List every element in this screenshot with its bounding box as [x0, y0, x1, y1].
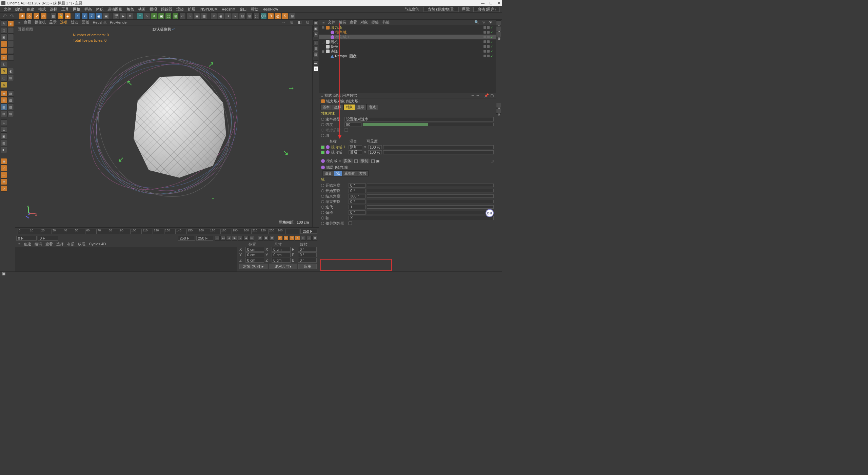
attr-nav-back[interactable]: ← [471, 93, 475, 98]
timeline[interactable]: 0 10 20 30 40 50 60 70 80 90 100 110 120… [15, 227, 319, 235]
menu-spline[interactable]: 样条 [83, 7, 94, 12]
coord-size-z[interactable]: 0 cm [272, 258, 290, 263]
tree-row[interactable]: 备份 ✓ [319, 44, 496, 49]
play-start[interactable]: ⏮ [215, 236, 220, 241]
generator-extrude[interactable]: ▣ [158, 13, 164, 19]
attr-nav-pin[interactable]: 📌 [484, 93, 489, 98]
vp-menu-prorender[interactable]: ProRender [108, 20, 129, 24]
sub-tag-icon[interactable]: ▣ [376, 159, 379, 163]
obj-menu-view[interactable]: 查看 [348, 20, 358, 25]
coord-pos-z[interactable]: 0 cm [245, 258, 264, 263]
vp-nav-icon[interactable]: ↔ [280, 20, 287, 24]
autokey[interactable]: ◉ [263, 236, 269, 241]
tree-row[interactable]: ⊞ 随机 ✓ [319, 39, 496, 44]
coord-apply-button[interactable]: 应用 [298, 264, 317, 269]
layout-combo[interactable]: 启动 (用户) [473, 7, 500, 12]
extra-2[interactable]: ◉ [218, 13, 224, 19]
menu-character[interactable]: 角色 [125, 7, 136, 12]
menu-realflow[interactable]: RealFlow [261, 7, 280, 11]
vp-menu-filter[interactable]: 过滤 [70, 20, 80, 25]
render-edit[interactable]: ⚙ [127, 13, 133, 19]
timeline-current-input[interactable]: 0 F [38, 236, 58, 241]
window-maximize[interactable]: ☐ [489, 1, 493, 5]
menu-edit[interactable]: 编辑 [14, 7, 24, 12]
obj-search-icon[interactable]: 🔍 [473, 20, 480, 24]
record-key[interactable]: ⊘ [258, 236, 263, 241]
layer-tab-remap[interactable]: 重映射 [342, 170, 357, 176]
play-prev[interactable]: ◂ [226, 236, 231, 241]
ltool-f2[interactable]: ◐ [7, 68, 14, 74]
vside-4[interactable]: ≡ [313, 40, 318, 45]
menu-mograph[interactable]: 运动图形 [106, 7, 124, 12]
tool-rotate[interactable]: ⟳ [40, 13, 47, 19]
ltool-poly[interactable]: ▱ [1, 54, 7, 61]
key-opts[interactable]: ⚙ [269, 236, 274, 241]
mat-menu-texture[interactable]: 纹理 [77, 242, 87, 247]
render-preview[interactable]: 🎬 [113, 13, 119, 19]
ltool-o1[interactable]: ◧ [1, 147, 7, 153]
mat-menu-material[interactable]: 材质 [66, 242, 76, 247]
extra-qr[interactable]: QR [260, 13, 267, 19]
coord-pos-y[interactable]: 0 cm [245, 252, 264, 257]
menu-animate[interactable]: 动画 [136, 7, 147, 12]
ltool-obj[interactable]: □ [1, 27, 7, 34]
play-next-key[interactable]: ▸▸ [243, 236, 249, 241]
vside-2[interactable]: ▣ [313, 26, 318, 31]
ltool-d2[interactable] [7, 48, 14, 54]
ltool-axis[interactable]: L [1, 61, 7, 68]
window-minimize[interactable]: — [481, 1, 485, 5]
axis-x[interactable]: X [74, 13, 81, 19]
timeline-end2-input[interactable]: 250 F [196, 236, 213, 241]
slim-3[interactable]: 内容 [496, 32, 501, 37]
menu-extensions[interactable]: 扩展 [186, 7, 197, 12]
vp-nav-icon3[interactable]: ◧ [297, 20, 303, 24]
ltool-h2[interactable]: ▨ [7, 90, 14, 97]
rate-type-combo[interactable]: 设置绝对速率 [344, 117, 494, 121]
ltool-e2[interactable] [7, 54, 14, 61]
primitive-spline[interactable]: ∿ [144, 13, 150, 19]
ltool-i1[interactable]: ⊕ [1, 97, 7, 103]
ltool-r1[interactable]: ▭ [1, 172, 7, 178]
key-x[interactable]: ▦ [312, 236, 317, 241]
key-s[interactable]: S [283, 236, 289, 241]
ltool-n1[interactable]: ▨ [1, 140, 7, 146]
play-next[interactable]: ▸ [238, 236, 243, 241]
ltool-i2[interactable]: ▨ [7, 97, 14, 103]
mat-menu-edit[interactable]: 编辑 [33, 242, 43, 247]
ltool-point[interactable]: • [1, 41, 7, 47]
extra-b[interactable]: B [268, 13, 274, 19]
vside-6[interactable]: ▤ [313, 52, 318, 57]
generator-instance[interactable]: ⬚ [165, 13, 172, 19]
tool-scale[interactable]: ⤢ [33, 13, 40, 19]
tree-row[interactable]: ⊟ 克隆 ✓ [319, 49, 496, 54]
menu-render[interactable]: 渲染 [175, 7, 185, 12]
vp-menu-display[interactable]: 显示 [48, 20, 58, 25]
menu-mesh[interactable]: 网格 [71, 7, 82, 12]
axis-y[interactable]: Y [81, 13, 88, 19]
nodespace-combo[interactable]: 当前 (标准/物理) [423, 7, 458, 12]
ltool-l1[interactable]: ⊙ [1, 126, 7, 133]
key-r[interactable]: R [289, 236, 294, 241]
obj-menu-file[interactable]: 文件 [327, 20, 337, 25]
attr-nav-fwd[interactable]: → [476, 93, 480, 98]
attr-menu-mode[interactable]: 模式 [324, 93, 332, 98]
vside-1[interactable]: ▦ [313, 20, 318, 25]
ltool-t1[interactable]: ⟳ [1, 185, 7, 192]
coord-rot-p[interactable]: 0 ° [298, 252, 317, 257]
ltool-s2[interactable]: S [1, 81, 7, 88]
sub-check-limit[interactable] [371, 159, 375, 163]
attr-tab-coord[interactable]: 坐标 [332, 104, 343, 110]
sub-tag-limit[interactable]: 限制 [359, 158, 370, 164]
play-end[interactable]: ⏭ [249, 236, 254, 241]
extra-1[interactable]: ☀ [211, 13, 217, 19]
ltool-edge[interactable]: ─ [1, 48, 7, 54]
sub-expand-icon[interactable]: ⊞ [491, 159, 494, 163]
attr-tab-object[interactable]: 对象 [343, 104, 355, 110]
menu-tools[interactable]: 工具 [60, 7, 71, 12]
play-prev-key[interactable]: ◂◂ [220, 236, 225, 241]
menu-select[interactable]: 选择 [48, 7, 59, 12]
ltool-m1[interactable]: ▣ [1, 133, 7, 139]
mat-menu-view[interactable]: 查看 [44, 242, 54, 247]
timeline-start-input[interactable]: 0 F [16, 236, 37, 241]
attr-tab-basic[interactable]: 基本 [320, 104, 332, 110]
